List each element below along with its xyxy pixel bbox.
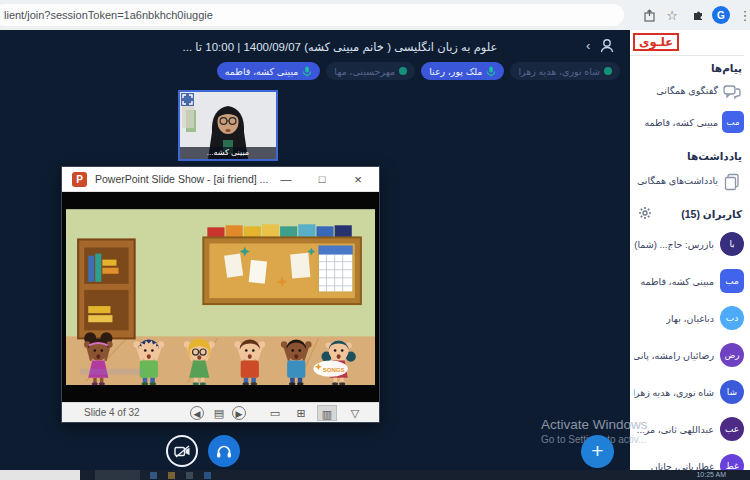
url-text: lient/join?sessionToken=1a6nbkhch0iuggie bbox=[4, 9, 213, 21]
avatar: رض bbox=[720, 343, 744, 367]
private-chat-label: مبینی کشه، فاطمه bbox=[644, 117, 718, 128]
slide-counter: Slide 4 of 32 bbox=[84, 407, 140, 418]
avatar: عب bbox=[720, 417, 744, 441]
powerpoint-statusbar: Slide 4 of 32 ◀ ▤ ▶ ▭ ⊞ ▥ ▽ bbox=[62, 402, 379, 422]
user-name: بازرس: حاج... (شما) bbox=[634, 239, 714, 250]
user-name: عبداللهی ثانی، مر... bbox=[637, 424, 714, 435]
bookmark-star-icon[interactable]: ☆ bbox=[663, 6, 681, 24]
powerpoint-app-icon: P bbox=[72, 172, 87, 187]
avatar: مب bbox=[722, 111, 744, 133]
maximize-button[interactable]: □ bbox=[305, 167, 339, 192]
headphones-icon bbox=[216, 444, 232, 459]
reading-view-button[interactable]: ▥ bbox=[317, 405, 337, 421]
speaker-name: شاه نوری، هدیه زهرا bbox=[518, 66, 600, 77]
close-button[interactable]: × bbox=[341, 167, 375, 192]
slide-sorter-button[interactable]: ⊞ bbox=[291, 405, 311, 421]
status-dot-icon bbox=[399, 67, 407, 75]
sidebar-item-private-chat[interactable]: مب مبینی کشه، فاطمه bbox=[632, 110, 750, 138]
taskbar-app-icon[interactable] bbox=[186, 472, 193, 479]
expand-icon[interactable] bbox=[181, 93, 194, 106]
user-name: رضائیان رامشه، پانی... bbox=[634, 350, 714, 361]
speaker-pill[interactable]: ملک پور، رعنا bbox=[421, 62, 504, 80]
public-notes-label: یادداشت‌های همگانی bbox=[637, 175, 718, 186]
users-header: کاربران (15) bbox=[681, 208, 742, 220]
user-row[interactable]: مب مبینی کشه، فاطمه bbox=[632, 267, 750, 301]
speaker-pill[interactable]: شاه نوری، هدیه زهرا bbox=[510, 62, 620, 80]
slide-logo-text: SONGS bbox=[323, 367, 345, 373]
camera-off-icon bbox=[174, 445, 191, 458]
powerpoint-window-title: PowerPoint Slide Show - [ai friend] ... bbox=[95, 173, 268, 185]
browser-toolbar: lient/join?sessionToken=1a6nbkhch0iuggie… bbox=[0, 0, 750, 30]
attendees-toggle[interactable]: ‹ bbox=[586, 37, 620, 57]
users-settings-gear-icon[interactable] bbox=[638, 206, 652, 220]
user-name: دباغیان، بهار bbox=[666, 313, 714, 324]
user-row[interactable]: با بازرس: حاج... (شما) bbox=[632, 230, 750, 264]
avatar: شا bbox=[720, 380, 744, 404]
camera-toggle-button[interactable] bbox=[166, 435, 198, 467]
status-dot-icon bbox=[604, 67, 612, 75]
taskbar-active-app[interactable] bbox=[95, 470, 140, 480]
public-chat-label: گفتگوی همگانی bbox=[656, 85, 718, 96]
taskbar-app-icon[interactable] bbox=[204, 472, 211, 479]
sidebar: علـوی پیام‌ها گفتگوی همگانی مب مبینی کشه… bbox=[630, 30, 750, 470]
normal-view-button[interactable]: ▭ bbox=[265, 405, 285, 421]
slide-illustration: SONGS bbox=[66, 209, 375, 385]
previous-slide-button[interactable]: ◀ bbox=[190, 406, 204, 420]
windows-taskbar[interactable]: 10:25 AM bbox=[0, 470, 750, 480]
messages-header: پیام‌ها bbox=[711, 62, 742, 74]
active-speakers: مبینی کشه، فاطمه مهرحسینی، مها ملک پور، … bbox=[217, 62, 620, 80]
next-slide-button[interactable]: ▶ bbox=[232, 406, 246, 420]
profile-avatar[interactable]: G bbox=[712, 6, 730, 24]
mic-icon bbox=[302, 66, 312, 77]
user-row[interactable]: شا شاه نوری، هدیه زهرا bbox=[632, 378, 750, 412]
speaker-name: مهرحسینی، مها bbox=[334, 66, 395, 77]
share-icon[interactable] bbox=[640, 6, 658, 24]
minimize-button[interactable]: — bbox=[269, 167, 303, 192]
divider bbox=[630, 55, 744, 56]
audio-toggle-button[interactable] bbox=[208, 435, 240, 467]
sidebar-item-public-chat[interactable]: گفتگوی همگانی bbox=[632, 80, 750, 106]
speaker-pill[interactable]: مهرحسینی، مها bbox=[326, 62, 415, 80]
chevron-left-icon: ‹ bbox=[586, 38, 590, 53]
slide-canvas: SONGS bbox=[62, 192, 379, 402]
webcam-caption: مبینی کشه... bbox=[180, 147, 276, 159]
user-row[interactable]: عب عبداللهی ثانی، مر... bbox=[632, 415, 750, 449]
user-row[interactable]: دب دباغیان، بهار bbox=[632, 304, 750, 338]
speaker-name: ملک پور، رعنا bbox=[429, 66, 482, 77]
avatar: دب bbox=[720, 306, 744, 330]
powerpoint-titlebar[interactable]: P PowerPoint Slide Show - [ai friend] ..… bbox=[62, 167, 379, 192]
speaker-name: مبینی کشه، فاطمه bbox=[225, 66, 299, 77]
session-title: علوم به زبان انگلیسی ( خانم مبینی کشه) 1… bbox=[60, 40, 620, 54]
extensions-icon[interactable] bbox=[689, 6, 707, 24]
sidebar-item-public-notes[interactable]: یادداشت‌های همگانی bbox=[632, 170, 750, 196]
avatar: مب bbox=[720, 269, 744, 293]
taskbar-app-icon[interactable] bbox=[168, 472, 175, 479]
taskbar-search-area[interactable] bbox=[0, 470, 80, 480]
app-window: lient/join?sessionToken=1a6nbkhch0iuggie… bbox=[0, 0, 750, 480]
speaker-pill[interactable]: مبینی کشه، فاطمه bbox=[217, 62, 321, 80]
powerpoint-window[interactable]: P PowerPoint Slide Show - [ai friend] ..… bbox=[62, 167, 379, 422]
address-bar[interactable]: lient/join?sessionToken=1a6nbkhch0iuggie bbox=[0, 4, 624, 26]
notes-button[interactable]: ▤ bbox=[212, 406, 226, 420]
teacher-webcam[interactable]: مبینی کشه... bbox=[178, 90, 278, 161]
add-button[interactable]: + bbox=[581, 435, 614, 468]
slideshow-button[interactable]: ▽ bbox=[345, 405, 365, 421]
person-icon bbox=[598, 37, 616, 55]
mic-icon bbox=[486, 66, 496, 77]
chat-bubbles-icon bbox=[722, 82, 742, 102]
alavi-logo: علـوی bbox=[633, 33, 679, 51]
user-row[interactable]: رض رضائیان رامشه، پانی... bbox=[632, 341, 750, 375]
taskbar-clock: 10:25 AM bbox=[696, 471, 726, 478]
avatar: با bbox=[720, 232, 744, 256]
taskbar-app-icon[interactable] bbox=[150, 472, 157, 479]
notes-pages-icon bbox=[722, 172, 742, 192]
notes-header: یادداشت‌ها bbox=[687, 150, 742, 162]
browser-menu-icon[interactable]: ⋮ bbox=[736, 6, 750, 24]
user-name: مبینی کشه، فاطمه bbox=[640, 276, 714, 287]
user-name: شاه نوری، هدیه زهرا bbox=[634, 387, 714, 398]
